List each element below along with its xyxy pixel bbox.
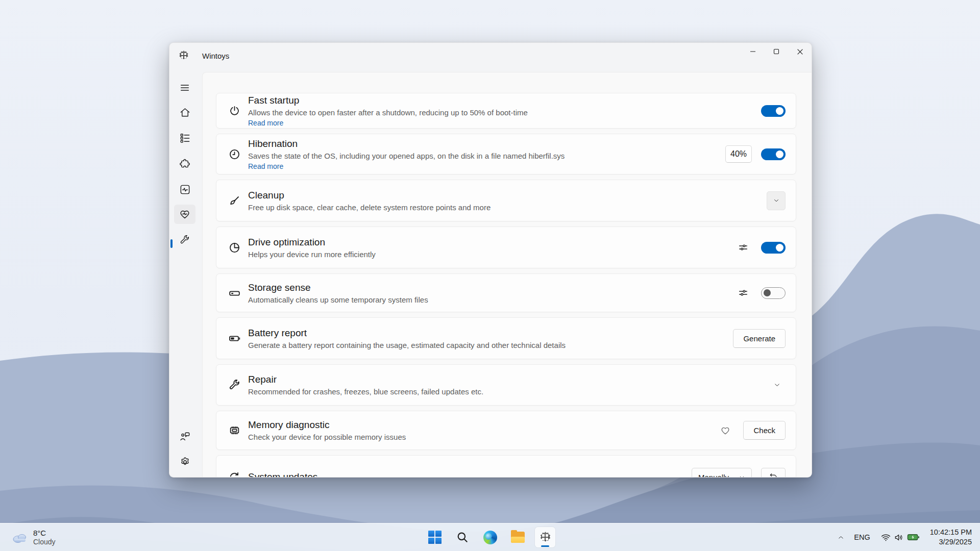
windows-logo-icon [428, 531, 442, 544]
broom-icon [228, 194, 241, 207]
sidebar-item-home[interactable] [174, 103, 195, 122]
repair-wrench-icon [228, 379, 241, 391]
chevron-down-icon [773, 197, 780, 204]
toggle-knob [764, 289, 771, 296]
row-description: Check your device for possible memory is… [248, 432, 406, 442]
weather-temperature: 8°C [33, 529, 56, 538]
chevron-down-icon [739, 474, 745, 478]
read-more-link[interactable]: Read more [248, 118, 283, 128]
sync-icon [228, 471, 241, 478]
maximize-icon [773, 48, 779, 55]
search-button[interactable] [452, 527, 473, 547]
tray-date: 3/29/2025 [939, 537, 972, 547]
sidebar-item-services[interactable] [174, 154, 195, 173]
sidebar-item-tweaks[interactable] [174, 230, 195, 249]
wintoys-taskbar-button[interactable] [535, 527, 555, 547]
weather-widget[interactable]: 8°C Cloudy [7, 527, 60, 548]
sidebar [169, 72, 202, 477]
pie-chart-icon [228, 241, 241, 254]
system-updates-reset-button[interactable] [761, 468, 786, 478]
row-description: Automatically cleans up some temporary s… [248, 294, 428, 305]
search-icon [456, 531, 469, 544]
tray-overflow-button[interactable] [834, 527, 848, 547]
file-explorer-button[interactable] [507, 527, 528, 547]
heart-icon [720, 424, 731, 437]
activity-icon [179, 184, 191, 195]
read-more-link[interactable]: Read more [248, 162, 283, 171]
edge-icon [483, 531, 497, 544]
minimize-button[interactable] [741, 43, 765, 60]
memory-chip-icon [228, 424, 241, 437]
setting-row-system-updates: System updates Manually [216, 455, 796, 477]
sidebar-item-settings[interactable] [174, 452, 195, 471]
clock-icon [228, 148, 241, 161]
storage-sense-toggle[interactable] [761, 287, 786, 299]
gear-icon [179, 456, 191, 468]
row-description: Generate a battery report containing the… [248, 340, 566, 350]
undo-icon [768, 472, 778, 477]
apps-list-icon [179, 132, 191, 144]
row-title: Battery report [248, 327, 566, 340]
setting-row-repair: Repair Recommended for crashes, freezes,… [216, 364, 796, 406]
wrench-icon [179, 234, 190, 245]
cleanup-expand-button[interactable] [767, 191, 786, 210]
hibernation-size-value[interactable]: 40% [725, 145, 752, 163]
desktop: { "window": { "title": "Wintoys" }, "sid… [0, 0, 980, 551]
feedback-icon [179, 431, 191, 442]
row-title: System updates [248, 470, 317, 477]
quick-settings[interactable] [876, 527, 924, 547]
row-description: Recommended for crashes, freezes, blue s… [248, 386, 483, 397]
setting-row-drive-optimization: Drive optimization Helps your device run… [216, 227, 796, 268]
storage-drive-icon [228, 287, 241, 299]
edge-browser-button[interactable] [480, 527, 500, 547]
language-indicator[interactable]: ENG [851, 527, 873, 547]
folder-icon [511, 532, 525, 543]
taskbar-app-icons [425, 527, 555, 547]
sidebar-item-feedback[interactable] [174, 427, 195, 446]
start-button[interactable] [425, 527, 445, 547]
menu-button[interactable] [174, 78, 195, 97]
setting-row-hibernation: Hibernation Saves the state of the OS, i… [216, 134, 796, 174]
check-button[interactable]: Check [743, 421, 786, 440]
titlebar: Wintoys [169, 43, 812, 72]
row-description: Helps your device run more efficiently [248, 249, 376, 260]
toggle-knob [776, 244, 783, 252]
wintoys-app-icon [178, 49, 190, 62]
favorite-heart-button[interactable] [717, 422, 734, 439]
sliders-icon [738, 242, 749, 253]
system-updates-mode-dropdown[interactable]: Manually [692, 468, 752, 478]
generate-button[interactable]: Generate [733, 329, 786, 348]
setting-row-battery-report: Battery report Generate a battery report… [216, 317, 796, 359]
close-button[interactable] [788, 43, 812, 60]
drive-optimization-toggle[interactable] [761, 242, 786, 254]
sidebar-item-apps[interactable] [174, 128, 195, 147]
drive-optimization-options-button[interactable] [734, 239, 752, 256]
repair-expand-button[interactable] [768, 377, 786, 394]
taskbar: 8°C Cloudy [0, 523, 980, 551]
dropdown-value: Manually [698, 473, 729, 478]
wifi-icon [880, 532, 891, 543]
sidebar-item-health[interactable] [174, 205, 195, 224]
hibernation-toggle[interactable] [761, 148, 786, 160]
puzzle-icon [179, 158, 191, 170]
row-title: Drive optimization [248, 236, 376, 249]
storage-sense-options-button[interactable] [734, 284, 752, 302]
fast-startup-toggle[interactable] [761, 105, 786, 117]
row-description: Free up disk space, clear cache, delete … [248, 202, 491, 213]
setting-row-fast-startup: Fast startup Allows the device to open f… [216, 93, 796, 129]
battery-icon [228, 332, 241, 345]
chevron-down-icon [773, 381, 781, 389]
tray-time: 10:42:15 PM [930, 528, 972, 537]
wintoys-window: Wintoys [169, 42, 812, 478]
active-app-indicator [541, 545, 549, 547]
volume-icon [894, 532, 904, 543]
row-title: Fast startup [248, 94, 528, 107]
minimize-icon [750, 48, 756, 55]
clock[interactable]: 10:42:15 PM 3/29/2025 [927, 528, 975, 547]
setting-row-storage-sense: Storage sense Automatically cleans up so… [216, 273, 796, 312]
row-title: Memory diagnostic [248, 418, 406, 432]
weather-condition: Cloudy [33, 538, 56, 546]
maximize-button[interactable] [765, 43, 788, 60]
sidebar-item-performance[interactable] [174, 180, 195, 199]
health-settings-panel: Fast startup Allows the device to open f… [202, 72, 812, 477]
